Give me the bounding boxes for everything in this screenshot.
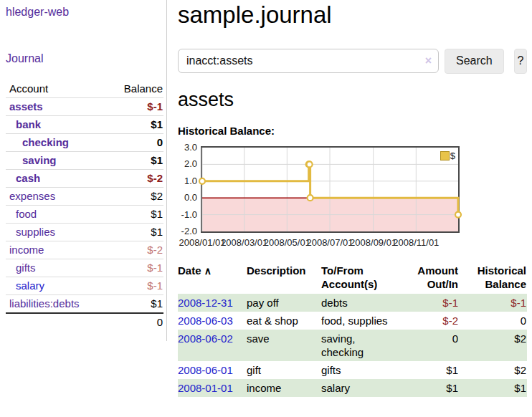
txn-balance: $2	[459, 330, 527, 361]
historical-balance-chart: $ 3.02.01.00.0-1.0-2.0 2008/01/012008/03…	[178, 146, 461, 249]
sidebar-account-link[interactable]: bank	[16, 118, 41, 130]
account-balance: $2	[105, 188, 163, 206]
sidebar-nav: Journal	[6, 52, 163, 65]
account-name-cell: assets	[6, 98, 105, 116]
account-balance: $-1	[105, 98, 163, 116]
txn-date-link[interactable]: 2008-06-03	[178, 315, 233, 327]
account-balance: $1	[105, 224, 163, 241]
account-balance: $1	[105, 116, 163, 134]
account-name-cell: expenses	[6, 188, 105, 206]
transactions-header-balance: Historical Balance	[459, 262, 527, 294]
accounts-header-balance: Balance	[105, 80, 163, 98]
account-name-cell: checking	[6, 134, 105, 152]
txn-amount: $1	[402, 361, 459, 379]
sidebar-account-link[interactable]: supplies	[16, 226, 55, 238]
brand-link[interactable]: hledger-web	[6, 6, 69, 18]
account-row: checking0	[6, 134, 163, 152]
brand: hledger-web	[6, 6, 163, 19]
sidebar-account-link[interactable]: food	[16, 208, 37, 220]
sidebar-account-link[interactable]: income	[9, 244, 44, 256]
account-name-cell: cash	[6, 170, 105, 188]
transactions-header-row: Date ∧ Description To/From Account(s) Am…	[178, 262, 527, 294]
account-name-cell: gifts	[6, 259, 105, 277]
accounts-total-spacer	[6, 313, 105, 331]
chart-canvas	[202, 148, 458, 231]
txn-date-link[interactable]: 2008-06-02	[178, 332, 233, 345]
account-row: salary$-1	[6, 277, 163, 295]
table-row: 2008-06-03eat & shopfood, supplies$-20	[178, 312, 527, 330]
chart-title: Historical Balance:	[178, 125, 527, 137]
account-name-cell: liabilities:debts	[6, 295, 105, 314]
account-name-cell: supplies	[6, 224, 105, 241]
txn-date-cell: 2008-12-31	[178, 294, 247, 312]
account-row: saving$1	[6, 152, 163, 170]
account-row: bank$1	[6, 116, 163, 134]
date-header-label: Date	[178, 264, 201, 277]
txn-date-link[interactable]: 2008-06-01	[178, 364, 233, 376]
accounts-header-row: Account Balance	[6, 80, 163, 98]
txn-balance: $2	[459, 361, 527, 379]
txn-amount: 0	[402, 330, 459, 361]
account-row: cash$-2	[6, 170, 163, 188]
account-balance: $-2	[105, 170, 163, 188]
txn-description: gift	[247, 361, 321, 379]
balance-header-line2: Balance	[459, 277, 526, 291]
account-row: income$-2	[6, 241, 163, 259]
txn-accounts: food, supplies	[321, 312, 402, 330]
help-button[interactable]: ?	[514, 49, 527, 74]
clear-search-icon[interactable]: ×	[425, 54, 432, 67]
chart-legend: $	[440, 150, 455, 161]
x-tick-label: 2008/11/01	[392, 237, 440, 248]
accounts-table-body: assets$-1bank$1checking0saving$1cash$-2e…	[6, 98, 163, 314]
y-tick-label: 2.0	[178, 159, 197, 169]
transactions-header-amount: Amount Out/In	[402, 262, 459, 294]
txn-date-link[interactable]: 2008-12-31	[178, 297, 233, 309]
account-balance: $1	[105, 152, 163, 170]
sidebar-item-journal[interactable]: Journal	[6, 52, 43, 64]
account-name-cell: salary	[6, 277, 105, 295]
tofrom-header-line1: To/From	[321, 264, 399, 277]
sidebar-account-link[interactable]: liabilities:debts	[9, 297, 80, 310]
y-tick-label: 0.0	[178, 193, 197, 203]
search-form: × Search ?	[178, 49, 527, 74]
main-content: sample.journal × Search ? assets Histori…	[167, 0, 532, 397]
sidebar-account-link[interactable]: gifts	[16, 262, 36, 274]
account-name-cell: saving	[6, 152, 105, 170]
account-name-cell: food	[6, 206, 105, 224]
sidebar-account-link[interactable]: expenses	[9, 190, 55, 202]
x-tick-label: 2008/09/01	[350, 237, 397, 248]
sidebar-account-link[interactable]: salary	[16, 279, 44, 292]
amount-header-line2: Out/In	[402, 277, 458, 291]
table-row: 2008-12-31pay offdebts$-1$-1	[178, 294, 527, 312]
transactions-header-description: Description	[247, 262, 321, 294]
txn-date-link[interactable]: 2008-01-01	[178, 382, 233, 394]
transactions-header-date[interactable]: Date ∧	[178, 262, 247, 294]
txn-date-cell: 2008-01-01	[178, 379, 247, 397]
search-input[interactable]	[178, 49, 439, 73]
txn-date-cell: 2008-06-02	[178, 330, 247, 361]
account-balance: 0	[105, 134, 163, 152]
app-layout: hledger-web Journal Account Balance asse…	[0, 0, 532, 397]
txn-description: eat & shop	[247, 312, 321, 330]
account-balance: $1	[105, 295, 163, 314]
txn-description: income	[247, 379, 321, 397]
search-button[interactable]: Search	[445, 49, 504, 74]
sort-ascending-icon: ∧	[204, 265, 212, 277]
accounts-total-row: 0	[6, 313, 163, 331]
txn-balance: $-1	[459, 294, 527, 312]
sidebar-account-link[interactable]: assets	[9, 100, 43, 112]
transactions-header-accounts: To/From Account(s)	[321, 262, 402, 294]
account-heading: assets	[178, 89, 527, 111]
sidebar-account-link[interactable]: cash	[16, 172, 40, 184]
tofrom-header-line2: Account(s)	[321, 277, 399, 291]
txn-balance: $1	[459, 379, 527, 397]
account-balance: $-2	[105, 241, 163, 259]
balance-header-line1: Historical	[459, 264, 526, 277]
txn-amount: $1	[402, 379, 459, 397]
account-row: gifts$-1	[6, 259, 163, 277]
account-balance: $-1	[105, 259, 163, 277]
accounts-header-account: Account	[6, 80, 105, 98]
sidebar-account-link[interactable]: saving	[22, 154, 57, 166]
y-tick-label: 1.0	[178, 176, 197, 186]
sidebar-account-link[interactable]: checking	[22, 136, 69, 148]
